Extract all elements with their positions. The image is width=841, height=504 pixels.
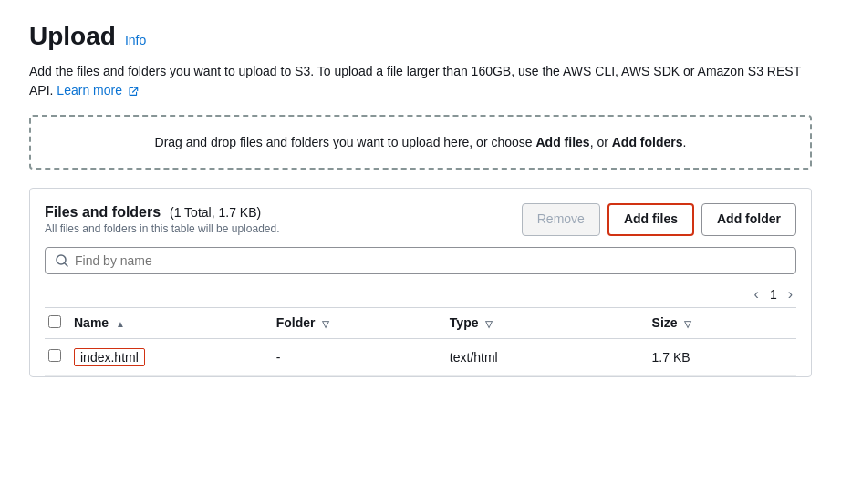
search-bar[interactable] <box>45 247 796 274</box>
files-panel-title: Files and folders (1 Total, 1.7 KB) <box>45 204 279 221</box>
files-panel-title-area: Files and folders (1 Total, 1.7 KB) All … <box>45 204 279 235</box>
file-name-cell: index.html <box>74 338 276 375</box>
files-panel-header: Files and folders (1 Total, 1.7 KB) All … <box>45 203 796 236</box>
files-count-label: (1 Total, 1.7 KB) <box>170 205 261 220</box>
table-row: index.html-text/html1.7 KB <box>45 338 796 375</box>
files-table: Name Folder Type Size index.html-text/ht… <box>45 307 796 376</box>
add-files-button[interactable]: Add files <box>607 203 694 236</box>
page-title: Upload <box>29 22 116 51</box>
remove-button[interactable]: Remove <box>522 203 600 236</box>
col-header-folder[interactable]: Folder <box>276 307 450 338</box>
files-panel: Files and folders (1 Total, 1.7 KB) All … <box>29 188 812 377</box>
files-panel-subtitle: All files and folders in this table will… <box>45 222 279 235</box>
page-header: Upload Info <box>29 22 812 51</box>
file-folder-cell: - <box>276 338 450 375</box>
row-checkbox[interactable] <box>48 349 61 362</box>
file-size-cell: 1.7 KB <box>652 338 796 375</box>
table-header-row: Name Folder Type Size <box>45 307 796 338</box>
drop-zone-text: Drag and drop files and folders you want… <box>155 135 687 149</box>
add-folder-button[interactable]: Add folder <box>701 203 796 236</box>
pagination-next-button[interactable]: › <box>784 287 796 302</box>
learn-more-link[interactable]: Learn more <box>57 83 138 98</box>
col-header-name[interactable]: Name <box>74 307 276 338</box>
file-type-cell: text/html <box>450 338 652 375</box>
files-panel-actions: Remove Add files Add folder <box>522 203 796 236</box>
col-header-size[interactable]: Size <box>652 307 796 338</box>
drop-zone[interactable]: Drag and drop files and folders you want… <box>29 115 812 170</box>
folder-sort-icon <box>322 319 329 329</box>
svg-line-1 <box>65 262 67 265</box>
select-all-checkbox[interactable] <box>48 315 61 328</box>
size-sort-icon <box>684 319 691 329</box>
pagination-row: ‹ 1 › <box>45 282 796 307</box>
col-header-type[interactable]: Type <box>450 307 652 338</box>
pagination-prev-button[interactable]: ‹ <box>751 287 763 302</box>
search-icon <box>55 253 69 268</box>
name-sort-icon <box>116 319 125 329</box>
type-sort-icon <box>485 319 493 329</box>
info-link[interactable]: Info <box>125 33 146 47</box>
external-link-icon <box>128 86 139 97</box>
page-description: Add the files and folders you want to up… <box>29 62 812 100</box>
pagination-current: 1 <box>770 287 777 302</box>
col-header-checkbox <box>45 307 74 338</box>
search-input[interactable] <box>75 253 786 268</box>
